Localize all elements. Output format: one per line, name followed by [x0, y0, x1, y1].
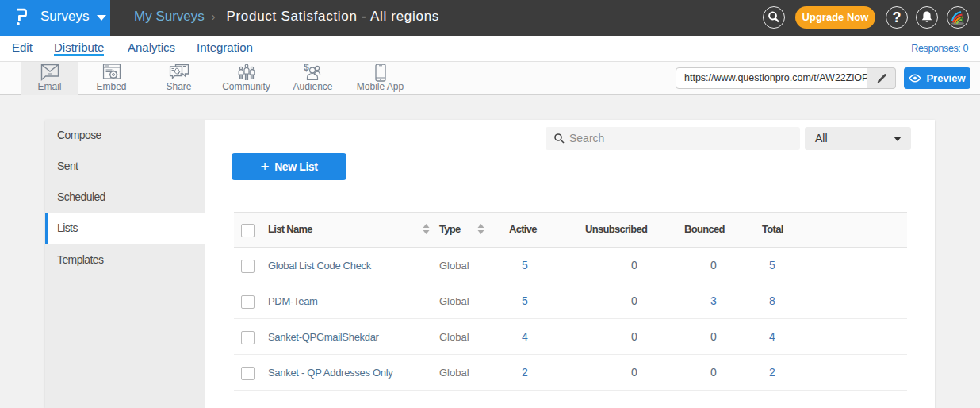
svg-text:$: $ [304, 64, 309, 73]
